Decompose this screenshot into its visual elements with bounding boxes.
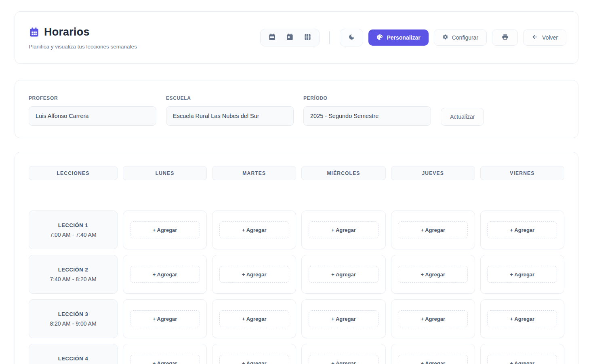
schedule-cell-jueves-1: + Agregar	[391, 210, 475, 249]
schedule-cell-jueves-3: + Agregar	[391, 299, 475, 338]
schedule-cell-martes-3: + Agregar	[212, 299, 296, 338]
schedule-cell-lunes-3: + Agregar	[123, 299, 207, 338]
lesson-name: LECCIÓN 2	[58, 267, 88, 273]
schedule-cell-viernes-2: + Agregar	[480, 255, 564, 294]
add-lesson-button[interactable]: + Agregar	[487, 266, 557, 283]
add-lesson-button[interactable]: + Agregar	[219, 266, 289, 283]
configure-button[interactable]: Configurar	[434, 29, 487, 46]
add-lesson-button[interactable]: + Agregar	[219, 221, 289, 238]
calendar-title-icon	[29, 27, 40, 38]
add-lesson-button[interactable]: + Agregar	[398, 221, 468, 238]
add-lesson-button[interactable]: + Agregar	[219, 355, 289, 364]
professor-field-group: PROFESOR	[29, 95, 156, 126]
schedule-cell-lunes-1: + Agregar	[123, 210, 207, 249]
column-header-viernes: VIERNES	[480, 166, 564, 180]
calendar-day-view-icon	[286, 33, 294, 42]
column-header-jueves: JUEVES	[391, 166, 475, 180]
schedule-cell-jueves-2: + Agregar	[391, 255, 475, 294]
schedule-cell-miercoles-3: + Agregar	[301, 299, 385, 338]
header-card: Horarios Planifica y visualiza tus lecci…	[15, 11, 578, 64]
title-block: Horarios Planifica y visualiza tus lecci…	[29, 26, 137, 50]
lesson-name: LECCIÓN 1	[58, 222, 88, 228]
page-subtitle: Planifica y visualiza tus lecciones sema…	[29, 44, 137, 50]
column-header-miercoles: MIÉRCOLES	[301, 166, 385, 180]
grid-view-button[interactable]	[304, 33, 311, 42]
schedule-cell-viernes-4: + Agregar	[480, 344, 564, 364]
filters-card: PROFESOR ESCUELA PERÍODO Actualizar	[15, 80, 578, 138]
back-button-label: Volver	[542, 34, 558, 41]
add-lesson-button[interactable]: + Agregar	[398, 310, 468, 327]
add-lesson-button[interactable]: + Agregar	[130, 310, 200, 327]
calendar-week-view-button[interactable]	[268, 33, 276, 42]
lesson-info-cell: LECCIÓN 49:00 AM - 9:40 AM	[29, 344, 118, 364]
toolbar-divider	[329, 31, 330, 44]
period-input[interactable]	[303, 106, 431, 126]
arrow-left-icon	[532, 34, 538, 42]
page: Horarios Planifica y visualiza tus lecci…	[0, 0, 593, 364]
palette-icon	[376, 34, 383, 42]
add-lesson-button[interactable]: + Agregar	[309, 310, 379, 327]
lesson-name: LECCIÓN 3	[58, 311, 88, 317]
column-header-lecciones: LECCIONES	[29, 166, 118, 180]
add-lesson-button[interactable]: + Agregar	[487, 310, 557, 327]
personalize-button-label: Personalizar	[387, 34, 420, 41]
add-lesson-button[interactable]: + Agregar	[309, 355, 379, 364]
schedule-cell-jueves-4: + Agregar	[391, 344, 475, 364]
schedule-cell-miercoles-1: + Agregar	[301, 210, 385, 249]
print-button[interactable]	[492, 29, 518, 46]
gear-icon	[442, 34, 448, 41]
add-lesson-button[interactable]: + Agregar	[130, 221, 200, 238]
calendar-day-view-button[interactable]	[286, 33, 294, 42]
school-input[interactable]	[166, 106, 294, 126]
configure-button-label: Configurar	[452, 34, 478, 41]
school-field-group: ESCUELA	[166, 95, 294, 126]
schedule-cell-martes-4: + Agregar	[212, 344, 296, 364]
lesson-info-cell: LECCIÓN 38:20 AM - 9:00 AM	[29, 299, 118, 338]
lesson-time: 8:20 AM - 9:00 AM	[50, 320, 96, 327]
moon-icon	[348, 34, 355, 42]
lesson-name: LECCIÓN 4	[58, 356, 88, 362]
professor-label: PROFESOR	[29, 95, 156, 101]
add-lesson-button[interactable]: + Agregar	[130, 355, 200, 364]
schedule-cell-martes-1: + Agregar	[212, 210, 296, 249]
add-lesson-button[interactable]: + Agregar	[398, 355, 468, 364]
school-label: ESCUELA	[166, 95, 294, 101]
schedule-card: LECCIONESLUNESMARTESMIÉRCOLESJUEVESVIERN…	[15, 152, 578, 364]
schedule-grid: LECCIONESLUNESMARTESMIÉRCOLESJUEVESVIERN…	[29, 166, 564, 364]
add-lesson-button[interactable]: + Agregar	[487, 221, 557, 238]
printer-icon	[502, 34, 509, 42]
lesson-info-cell: LECCIÓN 27:40 AM - 8:20 AM	[29, 255, 118, 294]
column-header-lunes: LUNES	[123, 166, 207, 180]
lesson-info-cell: LECCIÓN 17:00 AM - 7:40 AM	[29, 210, 118, 249]
period-label: PERÍODO	[303, 95, 431, 101]
personalize-button[interactable]: Personalizar	[368, 29, 428, 46]
add-lesson-button[interactable]: + Agregar	[309, 221, 379, 238]
lesson-time: 7:00 AM - 7:40 AM	[50, 231, 96, 238]
schedule-cell-martes-2: + Agregar	[212, 255, 296, 294]
page-title: Horarios	[44, 26, 90, 38]
dark-mode-toggle[interactable]	[340, 29, 363, 46]
add-lesson-button[interactable]: + Agregar	[130, 266, 200, 283]
add-lesson-button[interactable]: + Agregar	[487, 355, 557, 364]
schedule-cell-miercoles-2: + Agregar	[301, 255, 385, 294]
add-lesson-button[interactable]: + Agregar	[398, 266, 468, 283]
professor-input[interactable]	[29, 106, 156, 126]
add-lesson-button[interactable]: + Agregar	[219, 310, 289, 327]
view-toggle-group	[260, 29, 320, 46]
add-lesson-button[interactable]: + Agregar	[309, 266, 379, 283]
period-field-group: PERÍODO	[303, 95, 431, 126]
schedule-cell-viernes-1: + Agregar	[480, 210, 564, 249]
back-button[interactable]: Volver	[523, 29, 566, 46]
schedule-cell-lunes-2: + Agregar	[123, 255, 207, 294]
schedule-cell-viernes-3: + Agregar	[480, 299, 564, 338]
lesson-time: 7:40 AM - 8:20 AM	[50, 276, 96, 282]
schedule-cell-lunes-4: + Agregar	[123, 344, 207, 364]
schedule-cell-miercoles-4: + Agregar	[301, 344, 385, 364]
grid-view-icon	[304, 33, 311, 42]
column-header-martes: MARTES	[212, 166, 296, 180]
header-controls: Personalizar Configurar	[260, 29, 566, 46]
calendar-week-view-icon	[268, 33, 276, 42]
update-button[interactable]: Actualizar	[441, 108, 484, 126]
